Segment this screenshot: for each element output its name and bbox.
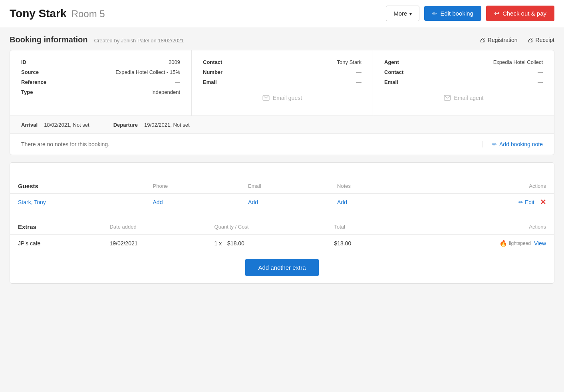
registration-button[interactable]: Registration (479, 36, 518, 43)
room-label: Room 5 (71, 8, 105, 20)
checkout-button[interactable]: Check out & pay (486, 6, 554, 21)
notes-row: There are no notes for this booking. ✏ A… (10, 134, 554, 155)
agent-email-row: Email — (384, 79, 543, 85)
booking-info-right: Agent Expedia Hotel Collect Contact — Em… (373, 50, 554, 115)
actions-col-header: Actions (420, 176, 554, 194)
guest-edit-button[interactable]: ✏ Edit (518, 199, 534, 205)
chevron-down-icon (409, 10, 412, 17)
number-row: Number — (203, 69, 361, 75)
guest-row: Stark, Tony Add Add Add ✏ (10, 194, 554, 211)
email-row: Email — (203, 79, 361, 85)
pencil-guest-icon: ✏ (518, 199, 523, 205)
notes-col-header: Notes (329, 176, 420, 194)
top-bar-actions: More Edit booking Check out & pay (386, 6, 554, 21)
agent-row: Agent Expedia Hotel Collect (384, 59, 543, 65)
lightspeed-icon: 🔥 lightspeed (499, 239, 531, 247)
extras-actions-col-header: Actions (405, 217, 554, 235)
pencil-icon (432, 10, 437, 17)
email-guest-button[interactable]: Email guest (203, 89, 361, 107)
booking-info-card: ID 2009 Source Expedia Hotel Collect - 1… (10, 50, 554, 155)
guest-delete-button[interactable]: ✕ (540, 198, 546, 207)
guests-table: Guests Phone Email Notes Actions Stark, … (10, 176, 554, 211)
no-notes-text: There are no notes for this booking. (21, 141, 109, 147)
source-row: Source Expedia Hotel Collect - 15% (21, 69, 180, 75)
guest-name-link[interactable]: Stark, Tony (18, 199, 46, 205)
extra-row: JP's cafe 19/02/2021 1 x $18.00 $18.00 🔥… (10, 235, 554, 252)
type-row: Type Independent (21, 89, 180, 95)
booking-info-grid: ID 2009 Source Expedia Hotel Collect - 1… (10, 50, 554, 116)
top-bar-title: Tony Stark Room 5 (10, 7, 105, 20)
guest-name: Tony Stark (10, 7, 67, 20)
edit-booking-button[interactable]: Edit booking (424, 6, 481, 21)
guest-notes-add[interactable]: Add (337, 199, 347, 205)
pencil-note-icon: ✏ (492, 141, 497, 147)
more-button[interactable]: More (386, 6, 419, 21)
extra-date: 19/02/2021 (101, 235, 206, 252)
add-booking-note-button[interactable]: ✏ Add booking note (482, 141, 543, 147)
extra-name: JP's cafe (10, 235, 101, 252)
print-icon (479, 36, 485, 43)
reference-row: Reference — (21, 79, 180, 85)
mail-icon (262, 95, 270, 101)
booking-info-middle: Contact Tony Stark Number — Email — Em (191, 50, 373, 115)
add-extra-row: Add another extra (10, 252, 554, 283)
extras-col-header: Extras (10, 217, 101, 235)
extras-table: Extras Date added Quantity / Cost Total … (10, 217, 554, 252)
booking-created-by: Created by Jenish Patel on 18/02/2021 (94, 38, 184, 44)
print-icon-2 (527, 36, 533, 43)
contact-row: Contact Tony Stark (203, 59, 361, 65)
extra-total: $18.00 (326, 235, 405, 252)
page-content: Booking information Created by Jenish Pa… (0, 27, 564, 299)
booking-section-title: Booking information (10, 35, 88, 44)
booking-info-left: ID 2009 Source Expedia Hotel Collect - 1… (10, 50, 191, 115)
total-col-header: Total (326, 217, 405, 235)
qty-cost-col-header: Quantity / Cost (207, 217, 326, 235)
email-agent-button[interactable]: Email agent (384, 89, 543, 107)
guests-extras-card: Guests Phone Email Notes Actions Stark, … (10, 162, 554, 284)
phone-col-header: Phone (145, 176, 240, 194)
guest-phone-add[interactable]: Add (153, 199, 163, 205)
top-bar: Tony Stark Room 5 More Edit booking Chec… (0, 0, 564, 27)
guests-col-header: Guests (10, 176, 145, 194)
checkout-icon (494, 10, 499, 17)
arrival-row: Arrival 18/02/2021, Not set Departure 19… (10, 116, 554, 134)
id-row: ID 2009 (21, 59, 180, 65)
extra-view-link[interactable]: View (534, 240, 546, 247)
add-another-extra-button[interactable]: Add another extra (245, 259, 318, 276)
receipt-button[interactable]: Receipt (527, 36, 554, 43)
email-col-header: Email (240, 176, 329, 194)
extra-qty-cost: 1 x $18.00 (207, 235, 326, 252)
booking-section-header: Booking information Created by Jenish Pa… (10, 35, 554, 44)
guest-email-add[interactable]: Add (248, 199, 258, 205)
agent-contact-row: Contact — (384, 69, 543, 75)
date-added-col-header: Date added (101, 217, 206, 235)
mail-icon-agent (444, 95, 451, 101)
